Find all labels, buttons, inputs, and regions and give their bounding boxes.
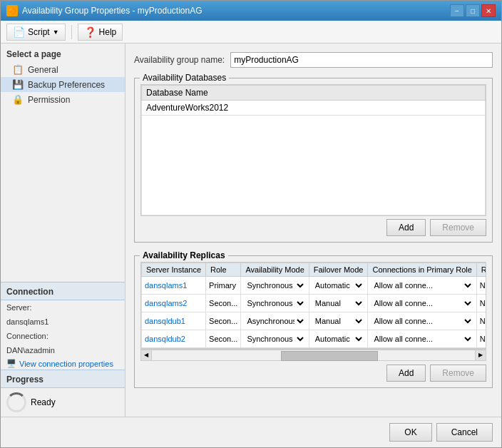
sidebar-item-backup-label: Backup Preferences <box>28 80 105 90</box>
databases-add-btn[interactable]: Add <box>386 219 426 236</box>
ok-button[interactable]: OK <box>389 423 431 442</box>
rep-avmode-0: Synchronous ... <box>241 277 309 295</box>
bottom-btn-row: OK Cancel <box>1 417 501 447</box>
help-label: Help <box>99 27 117 37</box>
databases-remove-btn[interactable]: Remove <box>430 219 486 236</box>
horizontal-scrollbar[interactable]: ◀ ▶ <box>140 349 486 360</box>
right-panel: Availability group name: Availability Da… <box>125 44 501 417</box>
rep-connections-select-2[interactable]: Allow all conne... <box>371 314 473 328</box>
close-button[interactable]: ✕ <box>481 4 496 17</box>
rep-row-2[interactable]: dansqldub1 Secon... Asynchronous... <box>142 312 487 330</box>
rep-server-0[interactable]: dansqlams1 <box>142 277 206 295</box>
rep-row-3[interactable]: dansqldub2 Secon... Synchronous ... <box>142 330 487 348</box>
scroll-track[interactable] <box>152 350 475 361</box>
script-label: Script <box>28 27 50 37</box>
select-page-label: Select a page <box>1 44 125 62</box>
rep-failover-3: Automatic <box>309 330 368 348</box>
rep-col-avmode: Availability Mode <box>241 263 309 277</box>
replicas-btn-row: Add Remove <box>140 365 486 382</box>
rep-row-1[interactable]: dansqlams2 Secon... Synchronous ... <box>142 295 487 312</box>
permission-icon: 🔒 <box>12 94 24 105</box>
rep-role-1: Secon... <box>206 295 241 312</box>
rep-avmode-3: Synchronous ... <box>241 330 309 348</box>
toolbar: 📄 Script ▼ ❓ Help <box>1 21 501 44</box>
script-button[interactable]: 📄 Script ▼ <box>6 24 66 41</box>
connection-section-header: Connection <box>1 282 125 300</box>
sidebar-item-permission[interactable]: 🔒 Permission <box>1 92 125 107</box>
title-bar: 🔶 Availability Group Properties - myProd… <box>1 1 501 21</box>
rep-failover-0: Automatic <box>309 277 368 295</box>
db-col-name: Database Name <box>142 86 486 101</box>
replicas-add-btn[interactable]: Add <box>386 365 426 382</box>
rep-connections-select-0[interactable]: Allow all conne... <box>371 278 473 292</box>
sidebar-item-general-label: General <box>28 65 58 75</box>
view-connection-link[interactable]: 🖥️ View connection properties <box>1 357 125 370</box>
rep-connections-select-1[interactable]: Allow all conne... <box>371 296 473 310</box>
window-title: Availability Group Properties - myProduc… <box>22 6 203 16</box>
help-button[interactable]: ❓ Help <box>78 24 123 41</box>
rep-row-0[interactable]: dansqlams1 Primary Synchronous ... <box>142 277 487 295</box>
sidebar-item-general[interactable]: 📋 General <box>1 62 125 77</box>
replicas-table-wrapper: Server Instance Role Availability Mode F… <box>140 262 486 349</box>
toolbar-divider <box>71 25 72 39</box>
server-value-text: dansqlams1 <box>1 315 125 329</box>
replicas-table: Server Instance Role Availability Mode F… <box>141 263 486 348</box>
databases-border: Availability Databases Database Name <box>134 78 493 243</box>
general-icon: 📋 <box>12 64 24 75</box>
ag-name-input[interactable] <box>230 52 493 68</box>
replicas-group: Availability Replicas Server Instance Ro… <box>134 255 493 388</box>
rep-readable-2: No <box>476 312 486 330</box>
databases-group: Availability Databases Database Name <box>134 78 493 243</box>
databases-btn-row: Add Remove <box>140 219 486 236</box>
rep-connections-1: Allow all conne... <box>368 295 476 312</box>
window-icon: 🔶 <box>6 5 18 16</box>
sidebar-item-permission-label: Permission <box>28 95 70 105</box>
rep-avmode-select-3[interactable]: Synchronous ... <box>244 332 305 346</box>
rep-readable-3: No <box>476 330 486 348</box>
progress-section-header: Progress <box>1 370 125 388</box>
rep-failover-select-0[interactable]: Automatic <box>312 278 365 292</box>
sidebar-item-backup-preferences[interactable]: 💾 Backup Preferences <box>1 77 125 92</box>
rep-failover-select-1[interactable]: Manual <box>312 296 365 310</box>
maximize-button[interactable]: □ <box>466 4 480 17</box>
rep-connections-3: Allow all conne... <box>368 330 476 348</box>
rep-connections-2: Allow all conne... <box>368 312 476 330</box>
script-arrow: ▼ <box>53 29 59 36</box>
rep-avmode-select-0[interactable]: Synchronous ... <box>244 278 305 292</box>
rep-avmode-1: Synchronous ... <box>241 295 309 312</box>
ag-name-label: Availability group name: <box>134 55 225 65</box>
rep-failover-2: Manual <box>309 312 368 330</box>
databases-group-title: Availability Databases <box>140 73 229 83</box>
db-row-0[interactable]: AdventureWorks2012 <box>142 101 486 116</box>
ag-name-row: Availability group name: <box>134 52 493 68</box>
rep-col-failover: Failover Mode <box>309 263 368 277</box>
scroll-right-btn[interactable]: ▶ <box>475 350 486 361</box>
cancel-button[interactable]: Cancel <box>436 423 493 442</box>
rep-server-1[interactable]: dansqlams2 <box>142 295 206 312</box>
backup-icon: 💾 <box>12 79 24 90</box>
rep-server-2[interactable]: dansqldub1 <box>142 312 206 330</box>
scroll-left-btn[interactable]: ◀ <box>140 350 152 361</box>
rep-avmode-select-1[interactable]: Synchronous ... <box>244 296 305 310</box>
rep-readable-0: No <box>476 277 486 295</box>
replicas-remove-btn[interactable]: Remove <box>430 365 486 382</box>
rep-failover-select-2[interactable]: Manual <box>312 314 365 328</box>
rep-server-3[interactable]: dansqldub2 <box>142 330 206 348</box>
rep-avmode-select-2[interactable]: Asynchronous... <box>244 314 305 328</box>
progress-status: Ready <box>31 397 56 407</box>
rep-col-role: Role <box>206 263 241 277</box>
connection-value-text: DAN\azadmin <box>1 343 125 357</box>
replicas-border: Availability Replicas Server Instance Ro… <box>134 255 493 388</box>
help-icon: ❓ <box>84 26 96 38</box>
server-label-text: Server: <box>1 300 125 315</box>
connection-link-icon: 🖥️ <box>6 359 16 368</box>
title-bar-left: 🔶 Availability Group Properties - myProd… <box>6 5 203 16</box>
progress-content: Ready <box>1 388 125 417</box>
rep-col-readable: Rea... Sec... <box>476 263 486 277</box>
view-connection-label: View connection properties <box>19 360 113 368</box>
rep-connections-select-3[interactable]: Allow all conne... <box>371 332 473 346</box>
rep-failover-select-3[interactable]: Automatic <box>312 332 365 346</box>
scroll-thumb[interactable] <box>281 351 378 361</box>
minimize-button[interactable]: − <box>450 4 464 17</box>
rep-col-connections: Connections in Primary Role <box>368 263 476 277</box>
